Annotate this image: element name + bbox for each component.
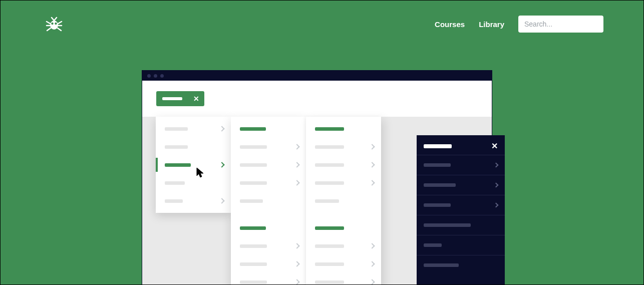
menu-item[interactable] (306, 174, 381, 192)
window-titlebar (142, 71, 492, 81)
sidebar-row[interactable] (417, 255, 505, 275)
menu-item-label-placeholder (240, 280, 267, 284)
menu-item[interactable] (231, 138, 306, 156)
chevron-right-icon (294, 144, 299, 149)
menu-item[interactable] (231, 273, 306, 285)
menu-item-label-placeholder (315, 226, 344, 230)
window-dot (154, 74, 157, 78)
sidebar-row[interactable] (417, 155, 505, 175)
close-icon[interactable]: ✕ (193, 95, 199, 103)
window-dot (160, 74, 164, 78)
tab-label-placeholder (162, 97, 182, 100)
menu-item[interactable] (231, 255, 306, 273)
sidebar-row-label-placeholder (424, 243, 442, 247)
sidebar-row[interactable] (417, 175, 505, 195)
menu-item-label-placeholder (240, 127, 266, 131)
menu-item[interactable] (306, 219, 381, 237)
chevron-right-icon (494, 163, 499, 168)
menu-item[interactable] (306, 237, 381, 255)
menu-item[interactable] (231, 120, 306, 138)
sidebar-row-label-placeholder (424, 263, 459, 267)
menu-item-label-placeholder (165, 199, 183, 203)
chevron-right-icon (369, 261, 375, 266)
menu-item[interactable] (306, 192, 381, 210)
menu-item-label-placeholder (240, 199, 263, 203)
chevron-right-icon (369, 144, 375, 149)
menu-item[interactable] (231, 219, 306, 237)
close-icon[interactable]: ✕ (491, 141, 498, 151)
chevron-right-icon (219, 198, 224, 203)
window-dot (147, 74, 151, 78)
svg-point-0 (50, 21, 58, 30)
menu-item-label-placeholder (315, 244, 344, 248)
menu-item[interactable] (306, 120, 381, 138)
menu-column-1 (156, 117, 231, 213)
chevron-right-icon (219, 126, 224, 131)
sidebar-row-label-placeholder (424, 203, 451, 207)
menu-item-label-placeholder (315, 145, 344, 149)
svg-point-2 (55, 23, 57, 25)
menu-item-label-placeholder (315, 199, 339, 203)
chevron-right-icon (369, 243, 375, 248)
svg-point-1 (51, 23, 53, 25)
menu-item-label-placeholder (240, 163, 267, 167)
svg-line-10 (58, 28, 61, 31)
menu-item-label-placeholder (315, 181, 344, 185)
bug-logo-icon[interactable] (46, 17, 63, 32)
menu-item-label-placeholder (240, 244, 267, 248)
svg-line-5 (47, 22, 50, 24)
menu-column-3 (306, 117, 381, 285)
menu-item[interactable] (156, 138, 231, 156)
svg-line-9 (47, 28, 51, 31)
sidebar-row[interactable] (417, 195, 505, 215)
svg-line-4 (54, 18, 57, 21)
menu-item-label-placeholder (240, 145, 267, 149)
menu-item[interactable] (306, 138, 381, 156)
menu-item-label-placeholder (165, 127, 188, 131)
menu-item-label-placeholder (315, 280, 344, 284)
toolbar: ✕ (142, 81, 492, 117)
menu-item-label-placeholder (315, 127, 344, 131)
chevron-right-icon (494, 203, 499, 208)
active-tab-chip[interactable]: ✕ (156, 91, 204, 106)
menu-item-label-placeholder (240, 226, 266, 230)
sidebar-title-placeholder (424, 144, 452, 148)
search-input[interactable] (518, 16, 603, 33)
menu-item-label-placeholder (240, 262, 267, 266)
menu-item[interactable] (306, 273, 381, 285)
menu-item[interactable] (156, 192, 231, 210)
chevron-right-icon (219, 162, 224, 167)
menu-item[interactable] (156, 174, 231, 192)
chevron-right-icon (369, 279, 375, 284)
sidebar-row-label-placeholder (424, 183, 456, 187)
chevron-right-icon (494, 183, 499, 188)
nav-library[interactable]: Library (479, 20, 504, 29)
menu-item[interactable] (156, 120, 231, 138)
menu-item[interactable] (231, 192, 306, 210)
sidebar-row-label-placeholder (424, 163, 451, 167)
menu-item-label-placeholder (165, 145, 188, 149)
svg-line-6 (58, 22, 62, 24)
menu-item[interactable] (231, 237, 306, 255)
menu-item[interactable] (231, 156, 306, 174)
chevron-right-icon (294, 279, 299, 284)
menu-item[interactable] (306, 255, 381, 273)
sidebar-row[interactable] (417, 215, 505, 235)
menu-item-label-placeholder (315, 262, 344, 266)
menu-item-label-placeholder (315, 163, 344, 167)
sidebar-row-label-placeholder (424, 223, 471, 227)
menu-item-label-placeholder (165, 181, 185, 185)
chevron-right-icon (369, 180, 375, 185)
menu-item-label-placeholder (165, 163, 191, 167)
menu-item[interactable] (306, 156, 381, 174)
chevron-right-icon (369, 162, 375, 167)
menu-item[interactable] (231, 174, 306, 192)
chevron-right-icon (294, 180, 299, 185)
chevron-right-icon (294, 243, 299, 248)
menu-item-label-placeholder (240, 181, 267, 185)
menu-column-2 (231, 117, 306, 285)
nav-courses[interactable]: Courses (435, 20, 465, 29)
chevron-right-icon (294, 261, 299, 266)
sidebar-row[interactable] (417, 235, 505, 255)
menu-item[interactable] (156, 156, 231, 174)
